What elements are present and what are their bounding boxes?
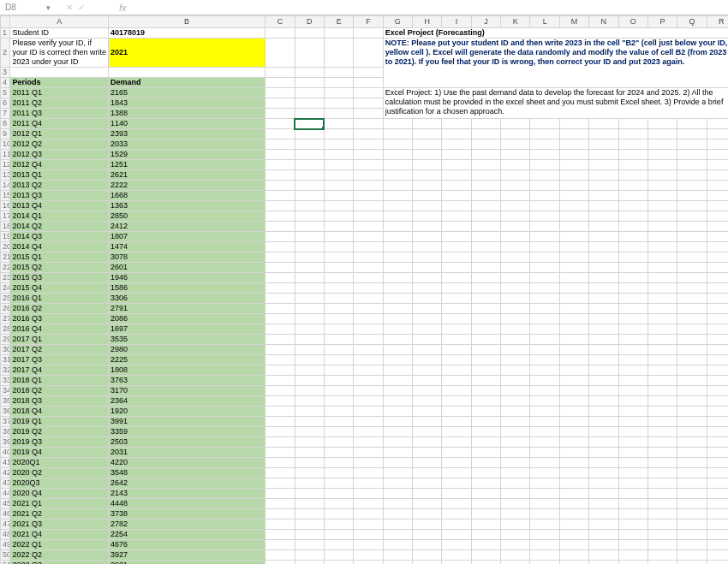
cell[interactable] <box>324 88 353 98</box>
cell[interactable] <box>707 273 728 283</box>
cell[interactable] <box>707 201 728 211</box>
col-header-F[interactable]: F <box>354 16 383 28</box>
cell[interactable] <box>354 294 383 304</box>
cell[interactable] <box>707 530 728 540</box>
cell[interactable] <box>324 365 353 376</box>
cell[interactable] <box>471 314 500 324</box>
cell[interactable] <box>324 396 353 407</box>
cell[interactable] <box>442 489 471 499</box>
row-header[interactable]: 37 <box>1 417 10 427</box>
cell[interactable] <box>501 324 530 335</box>
cell[interactable] <box>707 314 728 324</box>
cell[interactable] <box>559 345 588 355</box>
row-header[interactable]: 3 <box>1 68 10 78</box>
cell[interactable] <box>354 283 383 294</box>
cell[interactable] <box>647 376 677 386</box>
cell[interactable] <box>647 181 677 191</box>
cell[interactable] <box>471 396 500 407</box>
cell[interactable] <box>559 263 588 273</box>
cell[interactable] <box>707 345 728 355</box>
period-cell[interactable]: 2020Q3 <box>10 478 109 489</box>
cell[interactable] <box>530 119 559 129</box>
cell[interactable] <box>589 191 618 201</box>
cell[interactable] <box>471 242 500 252</box>
cell[interactable] <box>266 437 295 448</box>
demand-cell[interactable]: 2791 <box>108 304 265 314</box>
cell[interactable] <box>589 427 618 437</box>
cell[interactable] <box>442 201 471 211</box>
cell[interactable] <box>530 263 559 273</box>
cell[interactable] <box>501 314 530 324</box>
cell[interactable] <box>295 458 324 468</box>
cell[interactable] <box>559 489 588 499</box>
cell[interactable] <box>530 324 559 335</box>
cell[interactable] <box>677 335 707 345</box>
cell[interactable] <box>707 283 728 294</box>
period-cell[interactable]: 2012 Q4 <box>10 160 109 170</box>
cell[interactable] <box>559 478 588 489</box>
cell[interactable] <box>501 396 530 407</box>
cell[interactable] <box>295 468 324 478</box>
cell[interactable] <box>707 324 728 335</box>
cell[interactable] <box>324 232 353 242</box>
demand-cell[interactable]: 3763 <box>108 376 265 386</box>
cell[interactable] <box>295 109 324 119</box>
col-header-K[interactable]: K <box>501 16 530 28</box>
cell[interactable] <box>413 519 442 530</box>
cell[interactable] <box>677 160 707 170</box>
cell[interactable] <box>501 294 530 304</box>
cell[interactable] <box>677 376 707 386</box>
col-header-I[interactable]: I <box>442 16 471 28</box>
cell[interactable] <box>618 468 647 478</box>
cell[interactable] <box>266 458 295 468</box>
cell[interactable] <box>501 458 530 468</box>
cell[interactable] <box>589 468 618 478</box>
cell[interactable] <box>413 417 442 427</box>
cell[interactable] <box>589 519 618 530</box>
cell[interactable] <box>383 427 412 437</box>
cell[interactable] <box>266 519 295 530</box>
period-cell[interactable]: 2013 Q1 <box>10 170 109 181</box>
cell[interactable] <box>559 252 588 263</box>
cell[interactable] <box>295 540 324 550</box>
cell[interactable] <box>324 181 353 191</box>
cell[interactable] <box>677 365 707 376</box>
year-input-cell[interactable]: 2021 <box>108 39 265 68</box>
demand-cell[interactable]: 2143 <box>108 489 265 499</box>
cell[interactable] <box>618 458 647 468</box>
cell[interactable] <box>266 499 295 509</box>
cell[interactable] <box>354 448 383 458</box>
cell[interactable] <box>471 160 500 170</box>
cell[interactable] <box>559 550 588 561</box>
demand-cell[interactable]: 2031 <box>108 448 265 458</box>
cell[interactable] <box>266 28 295 39</box>
cell[interactable] <box>559 509 588 519</box>
cell[interactable] <box>295 160 324 170</box>
cell[interactable] <box>589 129 618 140</box>
period-cell[interactable]: 2014 Q2 <box>10 222 109 232</box>
cell[interactable] <box>354 314 383 324</box>
period-cell[interactable]: 2018 Q1 <box>10 376 109 386</box>
cell[interactable] <box>266 478 295 489</box>
cell[interactable] <box>707 263 728 273</box>
row-header[interactable]: 19 <box>1 232 10 242</box>
cell[interactable] <box>471 119 500 129</box>
cell[interactable] <box>266 88 295 98</box>
cell[interactable] <box>618 324 647 335</box>
row-header[interactable]: 12 <box>1 160 10 170</box>
cell[interactable] <box>559 140 588 150</box>
cell[interactable] <box>413 365 442 376</box>
cell[interactable] <box>677 396 707 407</box>
cell[interactable] <box>295 68 324 78</box>
row-header[interactable]: 39 <box>1 437 10 448</box>
cell[interactable] <box>413 324 442 335</box>
cell[interactable] <box>295 283 324 294</box>
cell[interactable] <box>442 273 471 283</box>
cell[interactable] <box>559 365 588 376</box>
cell[interactable] <box>530 345 559 355</box>
cell[interactable] <box>442 458 471 468</box>
cell[interactable] <box>295 181 324 191</box>
cell[interactable] <box>471 201 500 211</box>
cell[interactable] <box>530 396 559 407</box>
cell[interactable] <box>324 160 353 170</box>
